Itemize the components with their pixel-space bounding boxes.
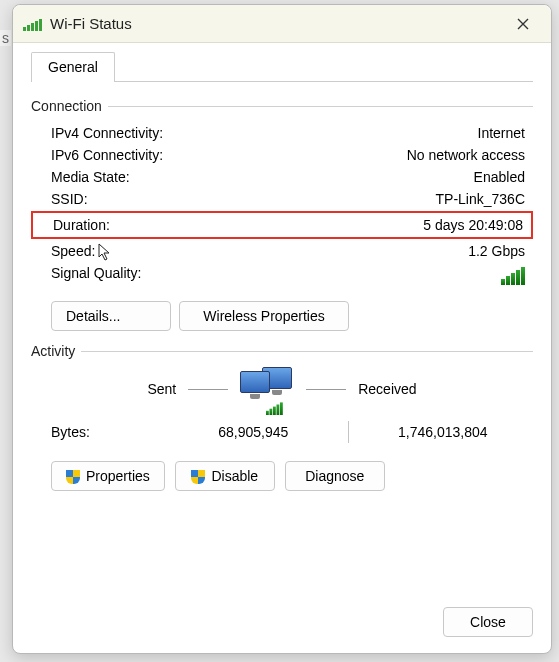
close-button[interactable]: Close xyxy=(443,607,533,637)
connection-buttons: Details... Wireless Properties xyxy=(51,301,533,331)
tabstrip: General xyxy=(31,51,533,82)
signal-bars-icon xyxy=(501,265,525,285)
ipv6-row: IPv6 Connectivity: No network access xyxy=(31,144,533,166)
activity-buttons: Properties Disable Diagnose xyxy=(51,461,533,491)
network-monitors-icon xyxy=(240,367,294,411)
activity-graphic: Sent Received xyxy=(31,367,533,411)
diagnose-button[interactable]: Diagnose xyxy=(285,461,385,491)
titlebar[interactable]: Wi-Fi Status xyxy=(13,5,551,43)
background-fragment: s xyxy=(0,30,11,46)
connection-label-text: Connection xyxy=(31,98,102,114)
wireless-properties-button[interactable]: Wireless Properties xyxy=(179,301,349,331)
bytes-received-value: 1,746,013,804 xyxy=(361,424,526,440)
disable-button-label: Disable xyxy=(211,468,258,484)
shield-icon xyxy=(66,470,80,484)
speed-row: Speed: 1.2 Gbps xyxy=(31,240,533,262)
speed-label: Speed: xyxy=(51,243,221,259)
footer: Close xyxy=(13,597,551,653)
close-icon[interactable] xyxy=(505,10,541,38)
bytes-row: Bytes: 68,905,945 1,746,013,804 xyxy=(31,417,533,447)
signal-quality-label: Signal Quality: xyxy=(51,265,221,288)
received-label: Received xyxy=(358,381,416,397)
duration-row: Duration: 5 days 20:49:08 xyxy=(53,214,531,236)
wifi-signal-icon xyxy=(23,17,42,31)
ipv6-value: No network access xyxy=(221,147,533,163)
properties-button-label: Properties xyxy=(86,468,150,484)
media-state-row: Media State: Enabled xyxy=(31,166,533,188)
details-button[interactable]: Details... xyxy=(51,301,171,331)
duration-value: 5 days 20:49:08 xyxy=(223,217,531,233)
shield-icon xyxy=(191,470,205,484)
bytes-sent-value: 68,905,945 xyxy=(171,424,336,440)
sent-label: Sent xyxy=(147,381,176,397)
media-state-label: Media State: xyxy=(51,169,221,185)
media-state-value: Enabled xyxy=(221,169,533,185)
ipv4-value: Internet xyxy=(221,125,533,141)
sent-line xyxy=(188,389,228,390)
connection-section-label: Connection xyxy=(31,98,533,114)
ipv4-row: IPv4 Connectivity: Internet xyxy=(31,122,533,144)
activity-label-text: Activity xyxy=(31,343,75,359)
wifi-status-window: Wi-Fi Status General Connection IPv4 Con… xyxy=(12,4,552,654)
content-area: General Connection IPv4 Connectivity: In… xyxy=(13,43,551,597)
ssid-row: SSID: TP-Link_736C xyxy=(31,188,533,210)
ipv6-label: IPv6 Connectivity: xyxy=(51,147,221,163)
ssid-value: TP-Link_736C xyxy=(221,191,533,207)
bytes-label: Bytes: xyxy=(51,424,171,440)
bytes-divider xyxy=(348,421,349,443)
tab-general[interactable]: General xyxy=(31,52,115,82)
signal-quality-row: Signal Quality: xyxy=(31,262,533,291)
received-line xyxy=(306,389,346,390)
duration-label: Duration: xyxy=(53,217,223,233)
activity-section-label: Activity xyxy=(31,343,533,359)
window-title: Wi-Fi Status xyxy=(50,15,132,32)
speed-value: 1.2 Gbps xyxy=(221,243,533,259)
signal-quality-value xyxy=(221,265,533,288)
disable-button[interactable]: Disable xyxy=(175,461,275,491)
ssid-label: SSID: xyxy=(51,191,221,207)
properties-button[interactable]: Properties xyxy=(51,461,165,491)
duration-highlight-box: Duration: 5 days 20:49:08 xyxy=(31,211,533,239)
ipv4-label: IPv4 Connectivity: xyxy=(51,125,221,141)
